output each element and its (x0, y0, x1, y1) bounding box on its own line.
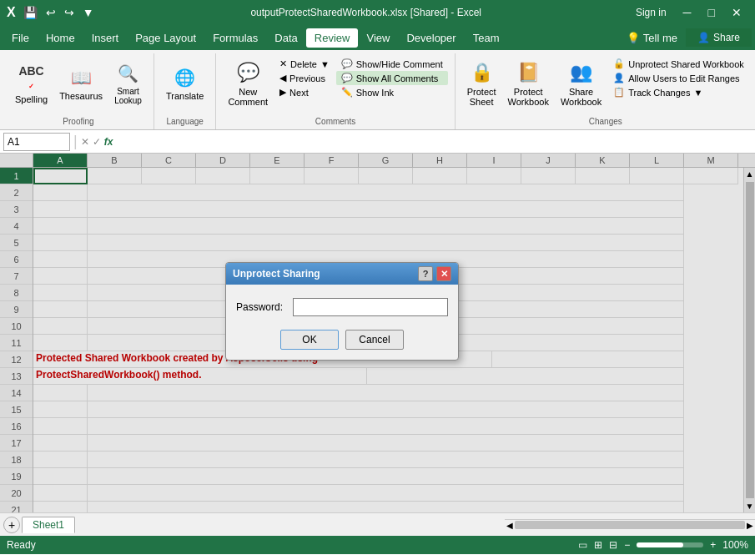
share-button[interactable]: 👤 Share (686, 28, 752, 47)
dialog-close-button[interactable]: ✕ (436, 266, 451, 281)
delete-comment-button[interactable]: ✕ Delete ▼ (274, 57, 335, 71)
dialog-help-button[interactable]: ? (418, 266, 433, 281)
formula-input[interactable] (116, 134, 752, 149)
menu-team[interactable]: Team (465, 28, 508, 48)
sheet-tabs: + Sheet1 (0, 517, 505, 533)
spelling-label: Spelling (15, 94, 48, 104)
status-right: ▭ ⊞ ⊟ − + 100% (578, 539, 748, 551)
next-label: Next (289, 88, 309, 98)
sheet-tab-sheet1[interactable]: Sheet1 (22, 517, 75, 533)
title-bar: X 💾 ↩ ↪ ▼ outputProtectSharedWorkbook.xl… (0, 0, 755, 25)
spelling-button[interactable]: ABC✓ Spelling (10, 55, 53, 114)
formula-bar-divider: | (73, 133, 78, 150)
menu-developer[interactable]: Developer (398, 28, 464, 48)
scroll-left-button[interactable]: ◀ (506, 521, 513, 530)
dialog-title: Unprotect Sharing (233, 268, 320, 280)
password-input[interactable] (293, 298, 448, 316)
cell-reference-box[interactable]: A1 (3, 133, 70, 151)
tell-me-area: 💡 Tell me (618, 28, 686, 48)
view-layout-icon[interactable]: ⊞ (594, 539, 602, 551)
show-hide-comment-button[interactable]: 💬 Show/Hide Comment (336, 57, 448, 71)
menu-formulas[interactable]: Formulas (204, 28, 266, 48)
protect-sheet-button[interactable]: 🔒 ProtectSheet (462, 55, 501, 114)
menu-insert[interactable]: Insert (83, 28, 128, 48)
thesaurus-icon: 📖 (71, 68, 92, 88)
previous-comment-button[interactable]: ◀ Previous (274, 71, 335, 85)
track-changes-button[interactable]: 📋 Track Changes ▼ (608, 85, 749, 99)
changes-buttons: 🔒 ProtectSheet 📔 ProtectWorkbook 👥 Share… (462, 55, 749, 117)
menu-page-layout[interactable]: Page Layout (127, 28, 204, 48)
share-label: Share (713, 32, 740, 43)
previous-icon: ◀ (279, 73, 286, 83)
smart-lookup-button[interactable]: 🔍 SmartLookup (109, 55, 147, 114)
sign-in-link[interactable]: Sign in (636, 7, 667, 18)
next-comment-button[interactable]: ▶ Next (274, 85, 335, 99)
ribbon-group-insights: 🌐 Translate Language (154, 53, 216, 129)
new-comment-icon: 💬 (237, 62, 259, 83)
menu-review[interactable]: Review (306, 28, 359, 48)
proofing-buttons: ABC✓ Spelling 📖 Thesaurus 🔍 SmartLookup (10, 55, 147, 117)
confirm-formula-icon[interactable]: ✓ (93, 136, 101, 148)
tell-me-button[interactable]: 💡 Tell me (618, 28, 686, 48)
add-sheet-button[interactable]: + (3, 517, 20, 533)
undo-button[interactable]: ↩ (43, 4, 58, 21)
protect-workbook-button[interactable]: 📔 ProtectWorkbook (503, 55, 554, 114)
dialog-buttons: OK Cancel (236, 330, 448, 350)
zoom-out-button[interactable]: − (624, 539, 630, 551)
scroll-right-button[interactable]: ▶ (747, 521, 753, 530)
menu-view[interactable]: View (358, 28, 398, 48)
ok-button[interactable]: OK (280, 330, 339, 350)
cancel-button[interactable]: Cancel (345, 330, 404, 350)
zoom-level: 100% (722, 539, 748, 551)
show-ink-icon: ✏️ (341, 87, 353, 98)
insights-buttons: 🌐 Translate (161, 55, 209, 117)
insert-function-icon[interactable]: fx (104, 136, 113, 148)
menu-data[interactable]: Data (266, 28, 305, 48)
allow-users-button[interactable]: 👤 Allow Users to Edit Ranges (608, 71, 749, 85)
track-changes-icon: 📋 (613, 87, 625, 98)
save-button[interactable]: 💾 (21, 4, 40, 21)
customize-quick-access[interactable]: ▼ (80, 4, 97, 21)
restore-button[interactable]: □ (702, 4, 722, 21)
protect-sheet-icon: 🔒 (471, 62, 493, 83)
title-bar-right: Sign in ─ □ ✕ (636, 4, 748, 21)
translate-label: Translate (166, 91, 204, 101)
formula-bar: A1 | ✕ ✓ fx (0, 130, 755, 154)
view-break-icon[interactable]: ⊟ (609, 539, 617, 551)
redo-button[interactable]: ↪ (62, 4, 77, 21)
quick-access-toolbar: 💾 ↩ ↪ ▼ (21, 4, 97, 21)
status-bar: Ready ▭ ⊞ ⊟ − + 100% (0, 536, 755, 554)
menu-home[interactable]: Home (38, 28, 83, 48)
unprotect-shared-button[interactable]: 🔓 Unprotect Shared Workbook (608, 57, 749, 71)
show-all-label: Show All Comments (356, 73, 438, 83)
zoom-slider[interactable] (637, 542, 703, 547)
menu-bar: File Home Insert Page Layout Formulas Da… (0, 25, 755, 50)
dialog-overlay: Unprotect Sharing ? ✕ Password: OK Cance… (0, 154, 755, 512)
dialog-title-bar: Unprotect Sharing ? ✕ (226, 263, 458, 285)
minimize-button[interactable]: ─ (677, 4, 698, 21)
show-ink-label: Show Ink (356, 88, 394, 98)
close-button[interactable]: ✕ (725, 4, 748, 21)
title-bar-left: X 💾 ↩ ↪ ▼ (7, 4, 97, 21)
smart-lookup-icon: 🔍 (118, 63, 138, 83)
horizontal-scrollbar[interactable]: ◀ ▶ (505, 519, 755, 531)
share-workbook-button[interactable]: 👥 ShareWorkbook (556, 55, 607, 114)
cancel-formula-icon[interactable]: ✕ (81, 136, 89, 148)
protect-workbook-icon: 📔 (517, 62, 540, 83)
h-scroll-thumb[interactable] (515, 521, 745, 529)
translate-button[interactable]: 🌐 Translate (161, 55, 209, 114)
zoom-in-button[interactable]: + (710, 539, 716, 551)
unprotect-icon: 🔓 (613, 58, 625, 69)
comment-small-buttons: ✕ Delete ▼ ◀ Previous ▶ Next (274, 55, 335, 99)
menu-file[interactable]: File (3, 28, 38, 48)
comments-group-label: Comments (223, 117, 447, 128)
show-all-comments-button[interactable]: 💬 Show All Comments (336, 71, 448, 85)
show-ink-button[interactable]: ✏️ Show Ink (336, 85, 448, 99)
spelling-icon: ABC✓ (18, 64, 43, 91)
share-icon: 👤 (697, 32, 710, 43)
comment-show-buttons: 💬 Show/Hide Comment 💬 Show All Comments … (336, 55, 448, 99)
translate-icon: 🌐 (174, 68, 195, 88)
thesaurus-button[interactable]: 📖 Thesaurus (54, 55, 108, 114)
new-comment-button[interactable]: 💬 NewComment (223, 55, 273, 114)
view-normal-icon[interactable]: ▭ (578, 539, 587, 551)
